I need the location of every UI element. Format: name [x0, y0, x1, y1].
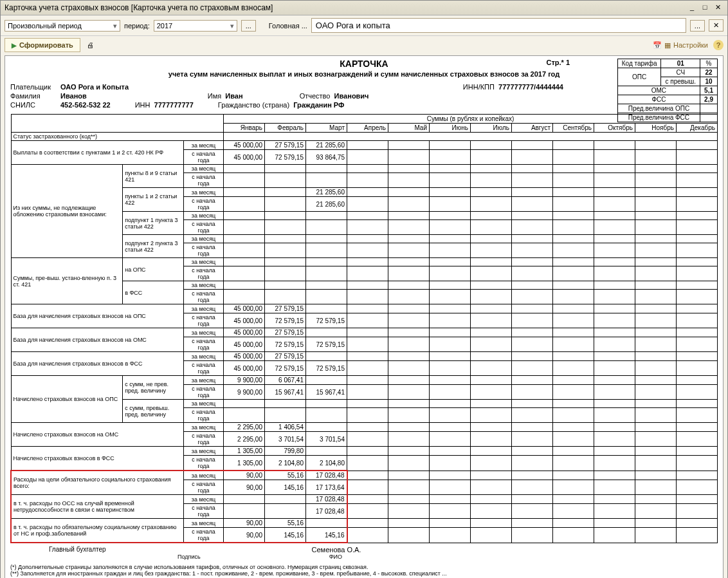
settings-link[interactable]: 📅 ▦ Настройки — [653, 41, 708, 50]
main-table: Суммы (в рублях и копейках) ЯнварьФеврал… — [10, 114, 718, 543]
document-area: КАРТОЧКА учета сумм начисленных выплат и… — [5, 55, 723, 578]
period-picker-button[interactable]: ... — [241, 20, 256, 32]
org-picker-button[interactable]: ... — [690, 20, 705, 32]
calendar-icon: 📅 — [653, 41, 662, 50]
maximize-button[interactable]: □ — [699, 3, 711, 13]
period-type-select[interactable]: Произвольный период — [5, 20, 120, 32]
play-icon: ▶ — [12, 42, 17, 49]
rates-table: Код тарифа01% ОПССЧ22 с превыш.10 ОМС5,1… — [617, 59, 718, 122]
generate-button[interactable]: ▶Сформировать — [5, 38, 80, 52]
page-number: Стр.* 1 — [546, 59, 570, 66]
toolbar-row-2: ▶Сформировать 🖨 📅 ▦ Настройки ? — [1, 36, 727, 54]
app-window: Карточка учета страховых взносов [Карточ… — [0, 0, 728, 578]
org-clear-button[interactable]: ✕ — [709, 19, 723, 32]
table-icon: ▦ — [664, 41, 671, 50]
org-label: Головная ... — [269, 22, 307, 30]
help-button[interactable]: ? — [713, 40, 723, 50]
window-title: Карточка учета страховых взносов [Карточ… — [5, 3, 686, 12]
period-label: период: — [124, 22, 150, 30]
doc-title: КАРТОЧКА — [10, 59, 718, 69]
payer-info: ПлательщикОАО Рога и Копыта ИНН/КПП 7777… — [10, 83, 718, 109]
org-field[interactable]: ОАО Рога и копыта — [311, 18, 686, 33]
print-icon[interactable]: 🖨 — [86, 40, 96, 50]
toolbar-row-1: Произвольный период период: 2017 ... Гол… — [1, 15, 727, 36]
year-select[interactable]: 2017 — [154, 20, 237, 32]
doc-subtitle: учета сумм начисленных выплат и иных воз… — [10, 70, 718, 78]
close-button[interactable]: ✕ — [712, 3, 723, 13]
minimize-button[interactable]: _ — [686, 3, 698, 13]
titlebar: Карточка учета страховых взносов [Карточ… — [1, 1, 727, 15]
footnotes: (*) Дополнительные страницы заполняются … — [10, 564, 718, 577]
signature-block: Главный бухгалтер Семенова О.А. — [10, 546, 718, 554]
